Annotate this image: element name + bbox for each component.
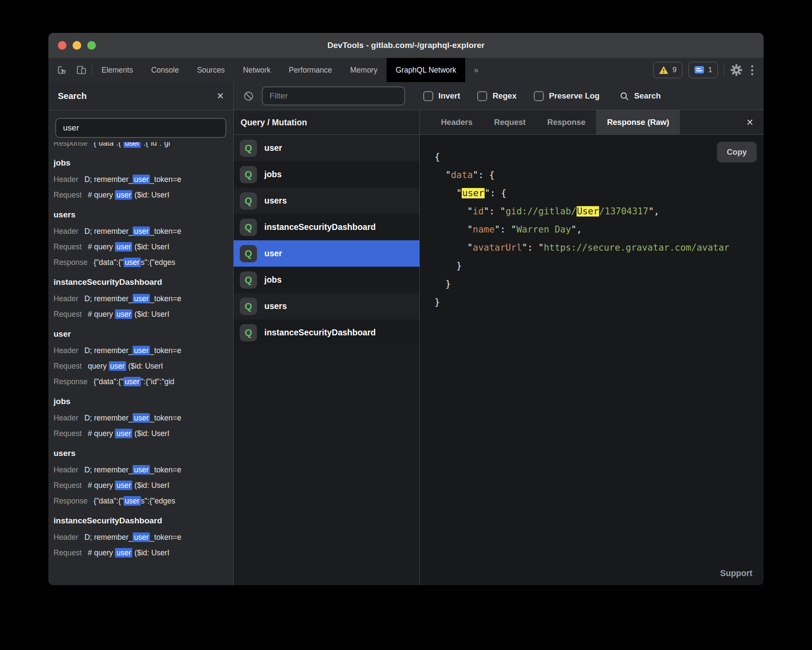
search-result-row[interactable]: Request# query user ($id: UserI: [54, 478, 233, 493]
close-window-button[interactable]: [58, 41, 67, 50]
search-icon: [619, 91, 629, 101]
support-link[interactable]: Support: [720, 568, 752, 578]
result-row-label: Request: [54, 242, 82, 251]
result-text: s":{"edges: [141, 497, 175, 505]
search-result-row[interactable]: HeaderD; remember_user_token=e: [54, 343, 233, 358]
settings-gear-icon[interactable]: [730, 64, 742, 76]
issues-count: 1: [708, 66, 712, 74]
tab-performance[interactable]: Performance: [280, 58, 341, 82]
search-result-row[interactable]: Requestquery user ($id: UserI: [54, 358, 233, 374]
issues-badge[interactable]: 1: [688, 62, 718, 78]
close-detail-icon[interactable]: ×: [736, 110, 764, 134]
search-result-row[interactable]: HeaderD; remember_user_token=e: [54, 223, 233, 239]
json-token: }: [445, 279, 451, 289]
tab-request[interactable]: Request: [483, 110, 536, 134]
result-text: {"data":{": [94, 377, 124, 386]
json-line: "user": {: [435, 184, 764, 202]
search-match-highlight: user: [115, 429, 132, 438]
search-result-group-title[interactable]: users: [54, 206, 233, 223]
search-match-highlight: user: [115, 548, 132, 558]
query-list-item[interactable]: Qjobs: [234, 161, 419, 188]
checkbox-invert[interactable]: Invert: [423, 91, 460, 101]
checkbox-box: [423, 91, 433, 101]
tab-memory[interactable]: Memory: [341, 58, 387, 82]
tab-graphql-network[interactable]: GraphQL Network: [387, 58, 465, 82]
filter-input[interactable]: [262, 86, 405, 105]
tab-sources[interactable]: Sources: [188, 58, 234, 82]
search-result-group-title[interactable]: instanceSecurityDashboard: [54, 274, 233, 291]
tab-console[interactable]: Console: [142, 58, 188, 82]
query-list-item[interactable]: Quser: [234, 135, 419, 161]
json-token: ",: [648, 206, 659, 217]
search-result-row[interactable]: HeaderD; remember_user_token=e: [54, 172, 233, 187]
tab-elements[interactable]: Elements: [92, 58, 142, 82]
query-name: instanceSecurityDashboard: [264, 222, 376, 232]
tab-response-raw[interactable]: Response (Raw): [596, 110, 680, 134]
result-text: ($id: UserI: [126, 362, 163, 370]
search-input-wrap: [48, 110, 233, 142]
query-name: users: [264, 196, 287, 206]
tab-network[interactable]: Network: [234, 58, 279, 82]
query-list-item[interactable]: QinstanceSecurityDashboard: [234, 319, 419, 346]
json-token: ": ": [484, 206, 506, 217]
zoom-window-button[interactable]: [87, 41, 96, 50]
result-row-label: Request: [54, 481, 82, 490]
query-type-badge: Q: [240, 298, 257, 315]
result-text: ($id: UserI: [132, 429, 169, 438]
device-toolbar-icon[interactable]: [76, 64, 87, 76]
checkbox-preserve-log[interactable]: Preserve Log: [534, 91, 599, 101]
search-result-group-title[interactable]: jobs: [54, 393, 233, 410]
search-button[interactable]: Search: [619, 91, 661, 101]
toolbar-right: 9 1: [653, 58, 764, 82]
json-token: ": ": [495, 224, 517, 235]
search-result-row[interactable]: Request# query user ($id: UserI: [54, 187, 233, 203]
clear-block-icon[interactable]: [243, 91, 254, 102]
main-split: Query / Mutation QuserQjobsQusersQinstan…: [234, 110, 764, 585]
tab-response[interactable]: Response: [536, 110, 596, 134]
result-text: ($id: UserI: [132, 191, 169, 199]
search-result-group-title[interactable]: instanceSecurityDashboard: [54, 512, 233, 529]
result-row-label: Response: [54, 142, 88, 147]
result-row-label: Request: [54, 548, 82, 557]
json-token: }: [435, 297, 440, 307]
query-list-item[interactable]: Qusers: [234, 293, 419, 319]
search-result-row[interactable]: Request# query user ($id: UserI: [54, 306, 233, 322]
search-result-row[interactable]: Response{"data":{"user":{"id":"gid: [54, 374, 233, 389]
query-list-item[interactable]: QinstanceSecurityDashboard: [234, 214, 419, 240]
result-row-label: Header: [54, 465, 78, 474]
search-result-group-title[interactable]: user: [54, 325, 233, 343]
search-result-row[interactable]: HeaderD; remember_user_token=e: [54, 462, 233, 478]
search-result-row[interactable]: Request# query user ($id: UserI: [54, 545, 233, 561]
search-result-group-title[interactable]: jobs: [54, 154, 233, 172]
search-result-row[interactable]: Request# query user ($id: UserI: [54, 239, 233, 255]
query-list-item[interactable]: Quser: [234, 240, 419, 267]
checkbox-regex[interactable]: Regex: [477, 91, 517, 101]
close-search-icon[interactable]: ×: [217, 90, 224, 102]
search-result-row[interactable]: HeaderD; remember_user_token=e: [54, 529, 233, 545]
tab-headers[interactable]: Headers: [430, 110, 483, 134]
query-name: user: [264, 143, 282, 153]
inspect-element-icon[interactable]: [56, 64, 67, 76]
search-input[interactable]: [55, 118, 226, 138]
more-tabs-button[interactable]: »: [465, 58, 487, 82]
search-match-highlight: User: [577, 206, 599, 217]
query-list-item[interactable]: Qusers: [234, 188, 419, 214]
search-match-highlight: user: [133, 465, 150, 475]
json-line: }: [435, 275, 764, 293]
search-result-row[interactable]: HeaderD; remember_user_token=e: [54, 291, 233, 306]
warnings-badge[interactable]: 9: [653, 62, 682, 78]
search-result-group-title[interactable]: users: [54, 445, 233, 462]
minimize-window-button[interactable]: [73, 41, 81, 50]
search-result-row[interactable]: Request# query user ($id: UserI: [54, 426, 233, 441]
search-result-row[interactable]: HeaderD; remember_user_token=e: [54, 410, 233, 426]
result-row-label: Header: [54, 175, 78, 184]
search-result-row[interactable]: Response{"data":{"users":{"edges: [54, 255, 233, 270]
search-result-row[interactable]: Response{"data":{"users":{"edges: [54, 493, 233, 509]
result-text: _token=e: [150, 465, 181, 474]
kebab-menu-icon[interactable]: [749, 65, 756, 75]
json-line: }: [435, 257, 764, 275]
toolbar-left-icons: [48, 58, 92, 82]
search-result-row-clipped[interactable]: Response{"data":{"user":{"id":"gi: [54, 142, 233, 151]
copy-button[interactable]: Copy: [717, 142, 757, 162]
query-list-item[interactable]: Qjobs: [234, 267, 419, 293]
